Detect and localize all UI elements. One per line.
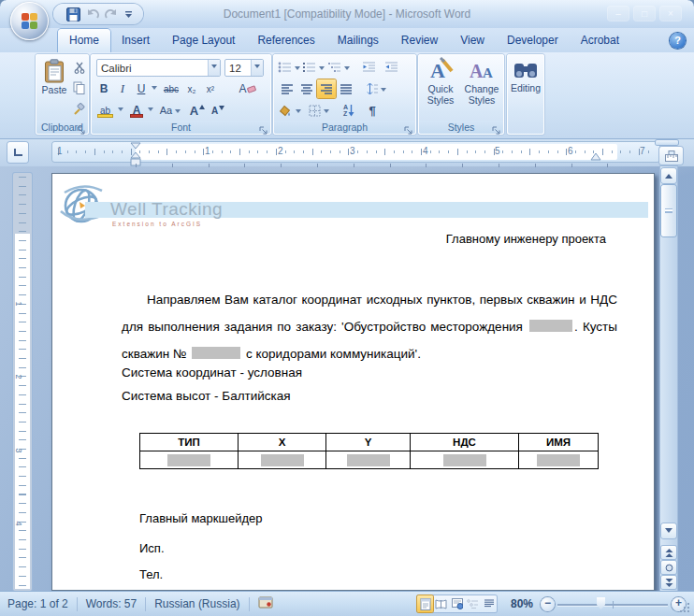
language-indicator[interactable]: Russian (Russia) [154,597,239,610]
previous-page-button[interactable] [661,546,676,559]
page-count[interactable]: Page: 1 of 2 [7,597,68,610]
increase-indent-button[interactable] [381,58,401,77]
horizontal-ruler[interactable]: 1 1 2 3 4 5 6 7 [52,142,659,162]
vertical-scrollbar[interactable] [660,166,677,591]
macro-record-button[interactable] [258,596,273,611]
full-screen-reading-view-button[interactable] [433,595,449,612]
col-header-nds: НДС [411,434,519,451]
grow-font-label: A [190,104,198,118]
undo-button[interactable] [86,6,99,22]
clipboard-dialog-launcher[interactable] [77,122,87,133]
scissors-icon [74,62,85,74]
styles-dialog-launcher[interactable] [492,122,502,133]
justify-button[interactable] [337,79,355,98]
resize-grip[interactable] [680,602,690,612]
maximize-button[interactable]: □ [634,7,655,21]
tab-insert[interactable]: Insert [110,29,161,52]
cut-button[interactable] [71,58,87,77]
font-size-combo[interactable]: 12 [224,59,264,77]
subscript-button[interactable]: x₂ [183,79,200,98]
bold-button[interactable]: B [95,79,112,98]
superscript-button[interactable]: x² [202,79,219,98]
help-button[interactable]: ? [670,33,686,49]
tab-home[interactable]: Home [58,29,110,52]
scroll-up-button[interactable] [661,168,676,183]
quick-styles-button[interactable]: A Quick Styles [421,57,460,119]
multilevel-list-button[interactable] [326,58,351,77]
save-button[interactable] [66,6,80,22]
format-painter-button[interactable] [71,99,87,118]
vertical-ruler[interactable]: 1 2 3 4 [13,173,32,591]
clear-formatting-button[interactable]: A [236,79,260,98]
shading-button[interactable] [278,101,302,120]
draft-view-button[interactable] [481,595,497,612]
editing-button[interactable]: Editing [510,57,542,132]
align-center-button[interactable] [297,79,316,98]
paragraph-dialog-launcher[interactable] [404,122,414,133]
borders-button[interactable] [306,101,332,120]
decrease-indent-button[interactable] [358,58,379,77]
copy-button[interactable] [71,79,87,97]
right-indent-marker[interactable] [590,152,601,161]
select-browse-object-button[interactable] [661,561,676,574]
zoom-level[interactable]: 80% [511,597,533,610]
change-case-button[interactable]: Aa [158,101,182,120]
office-button[interactable] [10,2,49,40]
view-ruler-toggle[interactable] [659,147,683,165]
underline-dropdown[interactable] [150,79,159,98]
align-left-button[interactable] [278,79,296,98]
line-spacing-button[interactable] [362,79,388,98]
align-right-button[interactable] [317,79,336,98]
split-handle[interactable] [656,140,678,145]
print-layout-view-button[interactable] [417,595,433,612]
tab-stop-selector[interactable] [7,142,28,163]
change-styles-button[interactable]: A A Change Styles [462,57,501,119]
tab-review[interactable]: Review [390,29,449,52]
font-color-dropdown[interactable] [146,101,155,120]
font-dialog-launcher[interactable] [259,122,269,133]
zoom-slider-track[interactable] [557,604,668,606]
strikethrough-button[interactable]: abc [161,79,181,98]
full-screen-reading-icon [435,599,447,609]
grow-arrow-icon [199,105,205,109]
executor-line: Исп. [139,541,165,555]
tab-view[interactable]: View [449,29,496,52]
highlight-button[interactable]: ab [95,101,115,120]
tab-references[interactable]: References [246,29,325,52]
font-name-combo[interactable]: Calibri [96,59,221,77]
show-hide-pilcrow-button[interactable]: ¶ [363,101,382,120]
divider [249,597,250,611]
font-size-value: 12 [229,63,241,74]
justify-icon [340,84,353,94]
next-page-button[interactable] [661,576,676,589]
highlight-dropdown[interactable] [116,101,125,120]
close-button[interactable]: × [660,7,681,21]
italic-button[interactable]: I [114,79,131,98]
paste-button[interactable]: Paste [38,57,70,121]
vertical-ruler-number: 4 [14,521,23,525]
sort-button[interactable]: A Z [339,101,359,120]
font-color-button[interactable]: A [128,101,145,120]
word-count[interactable]: Words: 57 [86,597,137,610]
scroll-down-button[interactable] [661,523,676,538]
minimize-button[interactable]: – [608,7,629,21]
document-page[interactable]: Well Tracking Extension to ArcGIS Главно… [51,173,655,591]
brand-name: Well Tracking [110,199,223,220]
tab-acrobat[interactable]: Acrobat [570,29,630,52]
line-spacing-icon [365,83,378,94]
bullets-button[interactable] [278,58,300,77]
web-layout-view-button[interactable] [449,595,465,612]
paragraph-group: A Z ¶ Paragraph [273,54,416,135]
zoom-out-button[interactable]: − [541,597,555,611]
underline-button[interactable]: U [133,79,150,98]
numbering-button[interactable] [302,58,325,77]
outline-icon [467,599,479,609]
shrink-font-button[interactable]: A [209,101,227,120]
tab-page-layout[interactable]: Page Layout [161,29,246,52]
outline-view-button[interactable] [465,595,481,612]
zoom-slider-thumb[interactable] [597,597,605,609]
scrollbar-thumb[interactable] [661,185,676,236]
tab-mailings[interactable]: Mailings [326,29,390,52]
tab-developer[interactable]: Developer [496,29,570,52]
grow-font-button[interactable]: A [188,101,207,120]
